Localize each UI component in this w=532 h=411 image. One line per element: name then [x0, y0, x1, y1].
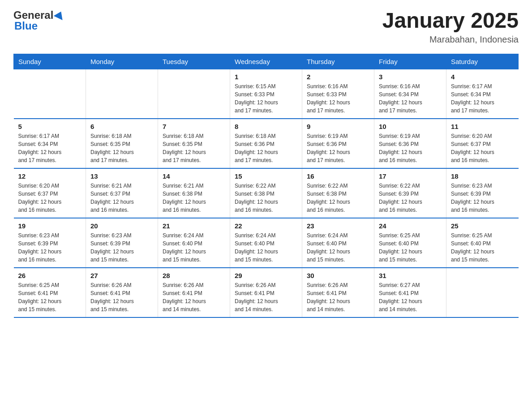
day-info: Sunrise: 6:21 AM Sunset: 6:37 PM Dayligh…: [90, 182, 153, 214]
header-day-saturday: Saturday: [446, 54, 519, 69]
calendar-cell: [446, 268, 519, 317]
day-info: Sunrise: 6:19 AM Sunset: 6:36 PM Dayligh…: [307, 132, 369, 164]
calendar-cell: 25Sunrise: 6:25 AM Sunset: 6:40 PM Dayli…: [446, 218, 519, 268]
day-info: Sunrise: 6:16 AM Sunset: 6:34 PM Dayligh…: [379, 82, 442, 115]
location-label: Marabahan, Indonesia: [382, 34, 519, 45]
day-number: 4: [451, 73, 514, 81]
day-info: Sunrise: 6:25 AM Sunset: 6:40 PM Dayligh…: [451, 231, 514, 264]
header-day-tuesday: Tuesday: [158, 54, 230, 69]
calendar-cell: 11Sunrise: 6:20 AM Sunset: 6:37 PM Dayli…: [446, 119, 519, 168]
day-info: Sunrise: 6:23 AM Sunset: 6:39 PM Dayligh…: [18, 231, 82, 264]
calendar-cell: 5Sunrise: 6:17 AM Sunset: 6:34 PM Daylig…: [14, 119, 86, 168]
week-row-2: 5Sunrise: 6:17 AM Sunset: 6:34 PM Daylig…: [14, 119, 519, 168]
calendar-table: SundayMondayTuesdayWednesdayThursdayFrid…: [13, 54, 519, 318]
day-number: 15: [235, 172, 297, 180]
day-number: 22: [235, 222, 297, 230]
calendar-cell: 1Sunrise: 6:15 AM Sunset: 6:33 PM Daylig…: [230, 69, 302, 119]
day-number: 21: [163, 222, 225, 230]
header-row: SundayMondayTuesdayWednesdayThursdayFrid…: [14, 54, 519, 69]
logo-blue-text: Blue: [13, 20, 38, 32]
calendar-cell: 23Sunrise: 6:24 AM Sunset: 6:40 PM Dayli…: [302, 218, 374, 268]
calendar-cell: 27Sunrise: 6:26 AM Sunset: 6:41 PM Dayli…: [86, 268, 158, 317]
day-info: Sunrise: 6:15 AM Sunset: 6:33 PM Dayligh…: [235, 82, 297, 115]
header-day-friday: Friday: [374, 54, 446, 69]
month-title: January 2025: [382, 9, 519, 33]
day-info: Sunrise: 6:17 AM Sunset: 6:34 PM Dayligh…: [451, 82, 514, 115]
day-info: Sunrise: 6:23 AM Sunset: 6:39 PM Dayligh…: [90, 231, 153, 264]
calendar-cell: 31Sunrise: 6:27 AM Sunset: 6:41 PM Dayli…: [374, 268, 446, 317]
day-info: Sunrise: 6:17 AM Sunset: 6:34 PM Dayligh…: [18, 132, 82, 164]
day-info: Sunrise: 6:24 AM Sunset: 6:40 PM Dayligh…: [307, 231, 369, 264]
calendar-cell: 26Sunrise: 6:25 AM Sunset: 6:41 PM Dayli…: [14, 268, 86, 317]
day-info: Sunrise: 6:25 AM Sunset: 6:41 PM Dayligh…: [18, 281, 82, 313]
calendar-cell: 21Sunrise: 6:24 AM Sunset: 6:40 PM Dayli…: [158, 218, 230, 268]
calendar-cell: 30Sunrise: 6:26 AM Sunset: 6:41 PM Dayli…: [302, 268, 374, 317]
calendar-cell: 3Sunrise: 6:16 AM Sunset: 6:34 PM Daylig…: [374, 69, 446, 119]
calendar-cell: 14Sunrise: 6:21 AM Sunset: 6:38 PM Dayli…: [158, 168, 230, 218]
day-info: Sunrise: 6:22 AM Sunset: 6:38 PM Dayligh…: [307, 182, 369, 214]
header-day-monday: Monday: [86, 54, 158, 69]
day-number: 8: [235, 123, 297, 130]
calendar-cell: [14, 69, 86, 119]
day-number: 31: [379, 272, 442, 279]
day-number: 23: [307, 222, 369, 230]
day-number: 6: [90, 123, 153, 130]
calendar-cell: 15Sunrise: 6:22 AM Sunset: 6:38 PM Dayli…: [230, 168, 302, 218]
day-number: 14: [163, 172, 225, 180]
calendar-header: SundayMondayTuesdayWednesdayThursdayFrid…: [14, 54, 519, 69]
logo: General Blue: [13, 9, 64, 32]
day-number: 13: [90, 172, 153, 180]
calendar-cell: 28Sunrise: 6:26 AM Sunset: 6:41 PM Dayli…: [158, 268, 230, 317]
page-header: General Blue January 2025 Marabahan, Ind…: [13, 9, 519, 45]
day-info: Sunrise: 6:25 AM Sunset: 6:40 PM Dayligh…: [379, 231, 442, 264]
day-number: 12: [18, 172, 82, 180]
day-number: 26: [18, 272, 82, 279]
day-number: 5: [18, 123, 82, 130]
day-info: Sunrise: 6:26 AM Sunset: 6:41 PM Dayligh…: [163, 281, 225, 313]
calendar-cell: 10Sunrise: 6:19 AM Sunset: 6:36 PM Dayli…: [374, 119, 446, 168]
day-number: 20: [90, 222, 153, 230]
day-info: Sunrise: 6:18 AM Sunset: 6:35 PM Dayligh…: [163, 132, 225, 164]
week-row-4: 19Sunrise: 6:23 AM Sunset: 6:39 PM Dayli…: [14, 218, 519, 268]
calendar-body: 1Sunrise: 6:15 AM Sunset: 6:33 PM Daylig…: [14, 69, 519, 317]
day-number: 30: [307, 272, 369, 279]
calendar-cell: 12Sunrise: 6:20 AM Sunset: 6:37 PM Dayli…: [14, 168, 86, 218]
day-info: Sunrise: 6:23 AM Sunset: 6:39 PM Dayligh…: [451, 182, 514, 214]
day-number: 27: [90, 272, 153, 279]
day-number: 7: [163, 123, 225, 130]
day-number: 18: [451, 172, 514, 180]
day-info: Sunrise: 6:22 AM Sunset: 6:38 PM Dayligh…: [235, 182, 297, 214]
week-row-3: 12Sunrise: 6:20 AM Sunset: 6:37 PM Dayli…: [14, 168, 519, 218]
header-day-sunday: Sunday: [14, 54, 86, 69]
day-number: 17: [379, 172, 442, 180]
calendar-cell: [86, 69, 158, 119]
calendar-cell: 4Sunrise: 6:17 AM Sunset: 6:34 PM Daylig…: [446, 69, 519, 119]
logo-triangle-icon: [54, 9, 66, 20]
calendar-cell: 17Sunrise: 6:22 AM Sunset: 6:39 PM Dayli…: [374, 168, 446, 218]
calendar-cell: 29Sunrise: 6:26 AM Sunset: 6:41 PM Dayli…: [230, 268, 302, 317]
calendar-cell: 19Sunrise: 6:23 AM Sunset: 6:39 PM Dayli…: [14, 218, 86, 268]
day-number: 29: [235, 272, 297, 279]
day-number: 3: [379, 73, 442, 81]
day-info: Sunrise: 6:26 AM Sunset: 6:41 PM Dayligh…: [307, 281, 369, 313]
day-info: Sunrise: 6:26 AM Sunset: 6:41 PM Dayligh…: [90, 281, 153, 313]
header-day-wednesday: Wednesday: [230, 54, 302, 69]
day-number: 2: [307, 73, 369, 81]
day-info: Sunrise: 6:20 AM Sunset: 6:37 PM Dayligh…: [18, 182, 82, 214]
week-row-5: 26Sunrise: 6:25 AM Sunset: 6:41 PM Dayli…: [14, 268, 519, 317]
day-info: Sunrise: 6:24 AM Sunset: 6:40 PM Dayligh…: [235, 231, 297, 264]
day-info: Sunrise: 6:18 AM Sunset: 6:35 PM Dayligh…: [90, 132, 153, 164]
calendar-cell: 2Sunrise: 6:16 AM Sunset: 6:33 PM Daylig…: [302, 69, 374, 119]
calendar-cell: 16Sunrise: 6:22 AM Sunset: 6:38 PM Dayli…: [302, 168, 374, 218]
day-number: 9: [307, 123, 369, 130]
day-info: Sunrise: 6:27 AM Sunset: 6:41 PM Dayligh…: [379, 281, 442, 313]
day-info: Sunrise: 6:21 AM Sunset: 6:38 PM Dayligh…: [163, 182, 225, 214]
calendar-cell: 20Sunrise: 6:23 AM Sunset: 6:39 PM Dayli…: [86, 218, 158, 268]
day-number: 25: [451, 222, 514, 230]
day-number: 11: [451, 123, 514, 130]
day-info: Sunrise: 6:19 AM Sunset: 6:36 PM Dayligh…: [379, 132, 442, 164]
day-number: 10: [379, 123, 442, 130]
day-info: Sunrise: 6:24 AM Sunset: 6:40 PM Dayligh…: [163, 231, 225, 264]
calendar-cell: [158, 69, 230, 119]
calendar-cell: 8Sunrise: 6:18 AM Sunset: 6:36 PM Daylig…: [230, 119, 302, 168]
